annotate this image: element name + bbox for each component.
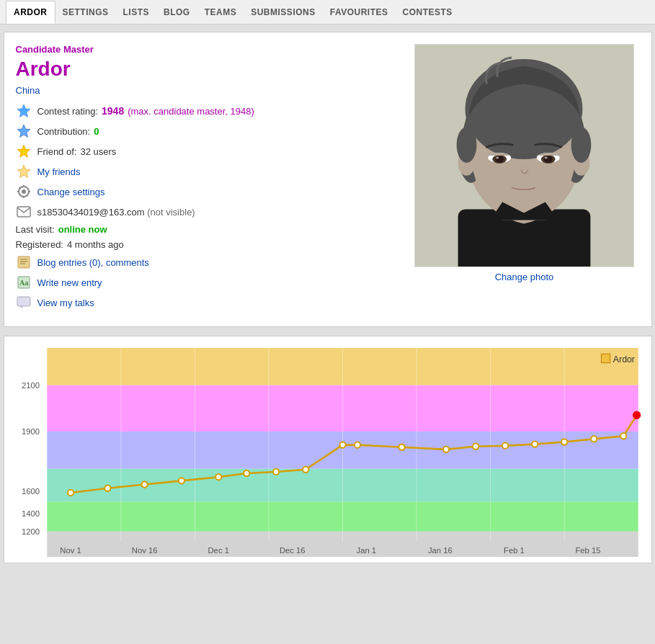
- registered-row: Registered: 4 months ago: [16, 239, 409, 250]
- chart-section: 2100 1900 1600 1400 1200 Nov 1 Nov 16 De…: [4, 336, 652, 563]
- rating-max: (max. candidate master, 1948): [128, 106, 254, 117]
- svg-point-70: [273, 469, 279, 475]
- svg-point-74: [398, 444, 404, 450]
- svg-point-71: [303, 467, 308, 473]
- svg-marker-3: [17, 145, 30, 158]
- last-visit-label: Last visit:: [16, 224, 55, 235]
- blog-icon: [16, 254, 32, 270]
- friend-of-label: Friend of:: [37, 146, 77, 157]
- svg-text:Nov 1: Nov 1: [60, 546, 81, 555]
- svg-marker-4: [17, 165, 30, 178]
- svg-text:Ardor: Ardor: [612, 354, 634, 365]
- svg-point-28: [495, 156, 504, 163]
- svg-text:Feb 1: Feb 1: [504, 546, 525, 555]
- svg-text:Dec 1: Dec 1: [208, 546, 228, 555]
- svg-point-81: [620, 433, 626, 439]
- profile-right: Change photo: [409, 44, 640, 315]
- svg-rect-9: [17, 191, 19, 192]
- registered-value: 4 months ago: [67, 239, 124, 250]
- nav-lists[interactable]: LISTS: [116, 1, 157, 23]
- email-icon: [16, 204, 32, 220]
- main-content: Candidate Master Ardor China Contest rat…: [4, 32, 652, 563]
- registered-label: Registered:: [16, 239, 63, 250]
- top-nav: ARDOR SETTINGS LISTS BLOG TEAMS SUBMISSI…: [0, 0, 655, 24]
- svg-text:1400: 1400: [21, 509, 39, 518]
- rating-icon: [16, 103, 32, 119]
- view-talks-row: View my talks: [16, 295, 409, 310]
- svg-point-79: [561, 439, 567, 444]
- nav-submissions[interactable]: SUBMISSIONS: [244, 1, 323, 23]
- svg-text:2100: 2100: [21, 381, 39, 390]
- nav-contests[interactable]: CONTESTS: [396, 1, 460, 23]
- svg-rect-7: [23, 185, 24, 187]
- svg-point-78: [532, 441, 538, 447]
- change-photo-link[interactable]: Change photo: [495, 272, 554, 282]
- contribution-value: 0: [94, 126, 99, 137]
- rating-value: 1948: [102, 105, 124, 117]
- blog-row: Blog entries (0), comments: [16, 254, 409, 270]
- comments-link[interactable]: comments: [106, 257, 149, 268]
- nav-blog[interactable]: BLOG: [156, 1, 197, 23]
- view-talks-link[interactable]: View my talks: [37, 298, 94, 308]
- write-entry-link[interactable]: Write new entry: [37, 277, 102, 288]
- svg-point-6: [22, 189, 26, 194]
- svg-text:Aa: Aa: [19, 279, 28, 287]
- svg-rect-19: [17, 297, 30, 306]
- svg-point-37: [571, 127, 592, 163]
- change-settings-link[interactable]: Change settings: [37, 187, 105, 197]
- talks-icon: [16, 295, 32, 310]
- svg-marker-2: [17, 125, 30, 138]
- svg-point-73: [354, 442, 360, 448]
- nav-ardor[interactable]: ARDOR: [6, 1, 55, 24]
- svg-point-68: [215, 474, 221, 480]
- last-visit-value: online now: [58, 224, 107, 235]
- write-icon: Aa: [16, 274, 32, 290]
- my-friends-row: My friends: [16, 164, 409, 179]
- country-link[interactable]: China: [16, 85, 40, 96]
- svg-point-33: [545, 156, 548, 158]
- svg-point-75: [442, 447, 448, 452]
- svg-point-36: [457, 127, 477, 163]
- svg-point-82: [633, 411, 640, 419]
- svg-text:Dec 16: Dec 16: [279, 546, 305, 555]
- friend-of-icon: [16, 143, 32, 159]
- nav-settings[interactable]: SETTINGS: [55, 1, 116, 23]
- rating-label: Contest rating:: [37, 106, 99, 117]
- svg-rect-83: [601, 354, 610, 362]
- svg-point-29: [496, 156, 499, 158]
- my-friends-icon: [16, 164, 32, 179]
- write-entry-row: Aa Write new entry: [16, 274, 409, 290]
- email-visibility: (not visible): [147, 207, 195, 218]
- svg-rect-12: [17, 207, 30, 217]
- svg-point-66: [141, 481, 147, 487]
- my-friends-link[interactable]: My friends: [37, 166, 81, 177]
- svg-point-65: [104, 486, 110, 491]
- friend-of-row: Friend of: 32 users: [16, 143, 409, 159]
- svg-text:Feb 15: Feb 15: [575, 546, 600, 555]
- settings-icon: [16, 184, 32, 200]
- svg-text:1900: 1900: [21, 427, 39, 436]
- avatar-box: [414, 44, 634, 267]
- svg-text:Nov 16: Nov 16: [131, 546, 157, 555]
- svg-rect-1: [21, 108, 27, 114]
- blog-entries-link[interactable]: Blog entries (0),: [37, 257, 104, 268]
- email-address: s18530434019@163.com: [37, 207, 145, 218]
- email-row: s18530434019@163.com (not visible): [16, 204, 409, 220]
- profile-left: Candidate Master Ardor China Contest rat…: [16, 44, 409, 315]
- svg-point-72: [339, 442, 345, 448]
- nav-favourites[interactable]: FAVOURITES: [323, 1, 396, 23]
- svg-point-32: [544, 156, 553, 163]
- settings-row: Change settings: [16, 184, 409, 200]
- rank-title: Candidate Master: [16, 44, 409, 55]
- profile-card: Candidate Master Ardor China Contest rat…: [4, 32, 652, 327]
- svg-rect-8: [23, 196, 24, 198]
- svg-point-77: [502, 443, 508, 449]
- svg-point-69: [244, 470, 249, 476]
- svg-rect-13: [18, 256, 30, 268]
- nav-teams[interactable]: TEAMS: [197, 1, 244, 23]
- svg-point-67: [178, 478, 184, 483]
- svg-text:1600: 1600: [21, 487, 39, 496]
- contribution-row: Contribution: 0: [16, 123, 409, 139]
- friend-of-value: 32 users: [80, 146, 116, 157]
- svg-point-80: [591, 436, 597, 442]
